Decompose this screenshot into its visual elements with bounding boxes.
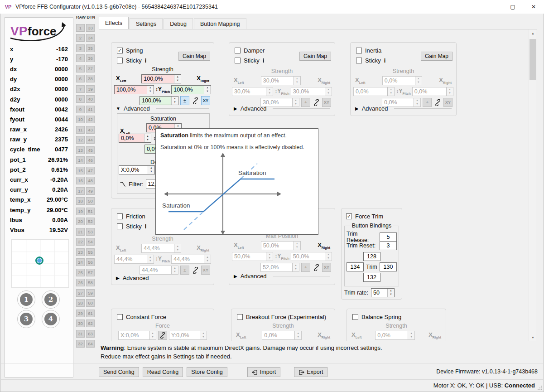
inertia-strength-right[interactable]: 0,0%▲▼ [412,87,453,96]
raw-button-59[interactable]: 59 [86,289,95,297]
saturation-left[interactable]: 0,0%▲▼ [119,134,151,143]
raw-button-1[interactable]: 1 [76,24,85,32]
round-button-2[interactable]: 2 [42,290,60,309]
spring-advanced-toggle[interactable]: ▼ Advanced [116,105,209,112]
raw-button-37[interactable]: 37 [86,65,95,73]
xy-link-button[interactable]: XY [322,263,331,272]
raw-button-46[interactable]: 46 [86,156,95,164]
tab-effects[interactable]: Effects [99,17,129,29]
raw-button-4[interactable]: 4 [76,54,85,62]
raw-button-10[interactable]: 10 [76,116,85,123]
plus-minus-button[interactable]: ± [180,266,189,275]
inertia-sticky-checkbox[interactable] [356,58,362,63]
raw-button-41[interactable]: 41 [86,106,95,113]
tab-settings[interactable]: Settings [130,18,163,29]
raw-button-8[interactable]: 8 [76,95,85,103]
trim-rate-spinner[interactable]: 50▲▼ [371,288,395,297]
raw-button-47[interactable]: 47 [86,167,95,174]
round-button-4[interactable]: 4 [42,310,60,328]
friction-sticky-checkbox[interactable] [117,223,123,229]
max-position-top[interactable]: 50,0%▲▼ [261,241,301,250]
raw-button-24[interactable]: 24 [76,258,85,266]
max-position-left[interactable]: 50,0%▲▼ [232,252,273,261]
balance-spring-checkbox[interactable] [352,314,358,320]
round-button-1[interactable]: 1 [17,290,35,309]
raw-button-33[interactable]: 33 [86,24,95,32]
raw-button-23[interactable]: 23 [76,248,85,256]
tab-debug[interactable]: Debug [164,18,193,29]
raw-button-30[interactable]: 30 [76,319,85,327]
raw-button-29[interactable]: 29 [76,310,85,317]
link-axes-button[interactable] [312,263,320,272]
raw-button-6[interactable]: 6 [76,75,85,82]
breakout-strength-top[interactable]: 0,0%▲▼ [262,331,302,340]
inertia-advanced-toggle[interactable]: ▶ Advanced [355,105,452,112]
deadzone-x[interactable]: X:0,0%▲▼ [119,165,155,174]
raw-button-22[interactable]: 22 [76,238,85,246]
raw-button-12[interactable]: 12 [76,136,85,144]
plus-minus-button[interactable]: ± [180,96,189,105]
trim-right-binding[interactable]: 130 [380,262,397,271]
inertia-strength-top[interactable]: 0,0%▲▼ [382,76,422,85]
raw-button-2[interactable]: 2 [76,34,85,42]
scroll-up-arrow[interactable]: ▲ [529,29,537,37]
raw-button-3[interactable]: 3 [76,44,85,52]
inertia-checkbox[interactable] [356,48,362,53]
spring-strength-right[interactable]: 100,0%▲▼ [171,85,211,94]
raw-button-49[interactable]: 49 [86,187,95,195]
raw-button-45[interactable]: 45 [86,146,95,154]
damper-strength-right[interactable]: 30,0%▲▼ [291,87,332,96]
close-button[interactable]: ✕ [523,0,544,14]
raw-button-25[interactable]: 25 [76,269,85,276]
damper-strength-top[interactable]: 30,0%▲▼ [261,76,301,85]
raw-button-42[interactable]: 42 [86,116,95,123]
spring-sticky-checkbox[interactable] [117,58,123,63]
trim-release-value[interactable]: 5 [380,232,397,242]
scrollbar-thumb[interactable] [530,39,536,80]
raw-button-9[interactable]: 9 [76,106,85,113]
raw-button-5[interactable]: 5 [76,65,85,73]
content-scrollbar[interactable]: ▲ ▼ [529,29,536,341]
spring-gain-map-button[interactable]: Gain Map [178,52,210,61]
raw-button-36[interactable]: 36 [86,54,95,62]
raw-button-57[interactable]: 57 [86,269,95,276]
damper-gain-map-button[interactable]: Gain Map [299,52,331,61]
friction-strength-bottom[interactable]: 44,4%▲▼ [140,266,178,275]
read-config-button[interactable]: Read Config [143,367,183,377]
raw-button-16[interactable]: 16 [76,177,85,184]
raw-button-39[interactable]: 39 [86,85,95,93]
raw-button-20[interactable]: 20 [76,218,85,225]
spring-strength-top[interactable]: 100,0%▲▼ [141,74,181,83]
link-axes-button[interactable] [158,331,167,340]
raw-button-7[interactable]: 7 [76,85,85,93]
max-position-bottom[interactable]: 52,0%▲▼ [260,263,299,272]
trim-reset-value[interactable]: 3 [380,241,397,250]
friction-strength-left[interactable]: 44,4%▲▼ [114,255,154,264]
send-config-button[interactable]: Send Config [99,367,139,377]
raw-button-38[interactable]: 38 [86,75,95,82]
friction-strength-right[interactable]: 44,4%▲▼ [171,255,211,264]
link-axes-button[interactable] [191,96,199,105]
resize-grip[interactable] [538,386,543,391]
store-config-button[interactable]: Store Config [187,367,227,377]
inertia-strength-left[interactable]: 0,0%▲▼ [353,87,395,96]
raw-button-56[interactable]: 56 [86,258,95,266]
raw-button-28[interactable]: 28 [76,299,85,307]
raw-button-11[interactable]: 11 [76,126,85,134]
constant-force-checkbox[interactable] [117,314,123,320]
raw-button-63[interactable]: 63 [86,330,95,338]
raw-button-55[interactable]: 55 [86,248,95,256]
trim-left-binding[interactable]: 134 [347,262,364,271]
scroll-down-arrow[interactable]: ▼ [529,334,537,341]
raw-button-17[interactable]: 17 [76,187,85,195]
raw-button-43[interactable]: 43 [86,126,95,134]
spring-strength-left[interactable]: 100,0%▲▼ [114,85,154,94]
trim-up-binding[interactable]: 128 [363,252,380,261]
friction-checkbox[interactable] [117,213,123,219]
raw-button-15[interactable]: 15 [76,167,85,174]
damper-sticky-checkbox[interactable] [235,58,241,63]
raw-button-21[interactable]: 21 [76,228,85,236]
raw-button-40[interactable]: 40 [86,95,95,103]
raw-button-31[interactable]: 31 [76,330,85,338]
raw-button-51[interactable]: 51 [86,208,95,215]
